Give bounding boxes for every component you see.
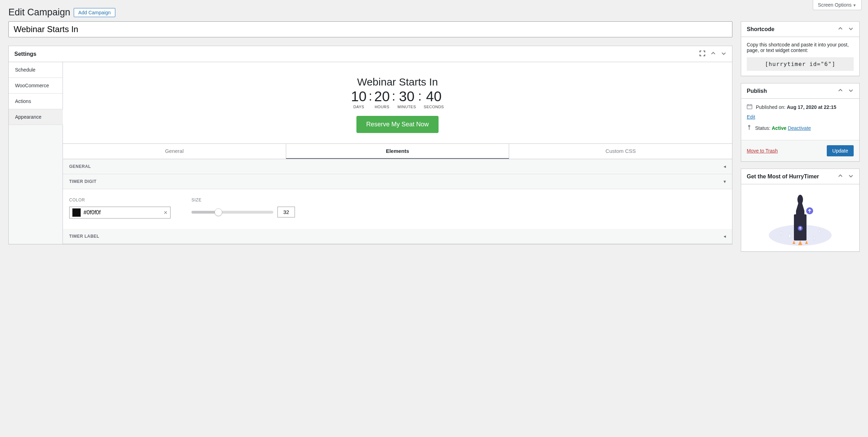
fullscreen-icon[interactable]	[699, 50, 706, 58]
published-date: Aug 17, 2020 at 22:15	[787, 104, 837, 110]
collapse-down-icon[interactable]	[848, 173, 854, 180]
promo-box: Get the Most of HurryTimer	[741, 169, 860, 252]
timer-days-label: DAYS	[351, 105, 367, 109]
timer-preview: Webinar Starts In 10 DAYS : 20 HOURS	[63, 62, 732, 143]
screen-options-toggle[interactable]: Screen Options	[813, 0, 862, 10]
publish-box: Publish Published on: Aug 17, 2020 at 22…	[741, 83, 860, 162]
reserve-seat-button[interactable]: Reserve My Seat Now	[356, 116, 439, 133]
color-swatch[interactable]	[72, 208, 81, 217]
accordion-timer-label[interactable]: TIMER LABEL ◂	[63, 229, 732, 244]
timer-hours-value: 20	[374, 89, 390, 103]
collapse-up-icon[interactable]	[838, 26, 843, 32]
calendar-icon	[747, 104, 752, 111]
accordion-timer-label-label: TIMER LABEL	[69, 234, 99, 239]
campaign-title-input[interactable]	[8, 21, 732, 37]
timer-seconds-label: SECONDS	[424, 105, 444, 109]
status-value: Active	[772, 125, 786, 131]
add-campaign-button[interactable]: Add Campaign	[74, 8, 115, 17]
subtab-custom-css[interactable]: Custom CSS	[509, 144, 732, 159]
pin-icon	[747, 125, 752, 132]
publish-box-title: Publish	[747, 88, 767, 94]
accordion-timer-digit-label: TIMER DIGIT	[69, 179, 96, 184]
deactivate-link[interactable]: Deactivate	[788, 125, 811, 131]
collapse-up-icon[interactable]	[838, 88, 843, 94]
timer-hours: 20 HOURS	[374, 89, 390, 109]
accordion-general[interactable]: GENERAL ◂	[63, 159, 732, 174]
size-input[interactable]	[277, 207, 295, 217]
timer-minutes: 30 MINUTES	[398, 89, 416, 109]
timer-separator: :	[418, 89, 422, 103]
slider-thumb[interactable]	[215, 208, 222, 216]
tab-schedule[interactable]: Schedule	[9, 62, 63, 78]
collapse-up-icon[interactable]	[710, 51, 716, 57]
timer-days: 10 DAYS	[351, 89, 367, 109]
timer-minutes-label: MINUTES	[398, 105, 416, 109]
shortcode-box-title: Shortcode	[747, 26, 774, 32]
collapse-down-icon[interactable]	[721, 51, 726, 57]
timer-separator: :	[392, 89, 396, 103]
update-button[interactable]: Update	[827, 145, 854, 156]
color-input-wrap[interactable]: ×	[69, 207, 171, 218]
settings-box-title: Settings	[14, 51, 36, 57]
svg-rect-0	[747, 105, 752, 109]
subtab-general[interactable]: General	[63, 144, 286, 159]
shortcode-code[interactable]: [hurrytimer id="6"]	[747, 57, 854, 71]
timer-seconds-value: 40	[424, 89, 444, 103]
triangle-left-icon: ◂	[724, 234, 726, 239]
tab-woocommerce[interactable]: WooCommerce	[9, 78, 63, 94]
settings-box: Settings Schedul	[8, 46, 732, 244]
preview-title: Webinar Starts In	[70, 76, 725, 88]
move-to-trash-link[interactable]: Move to Trash	[747, 148, 778, 154]
promo-box-title: Get the Most of HurryTimer	[747, 173, 819, 180]
size-slider[interactable]	[191, 211, 273, 214]
clear-color-icon[interactable]: ×	[164, 209, 167, 216]
page-title: Edit Campaign	[8, 7, 70, 18]
timer-days-value: 10	[351, 89, 367, 103]
size-field-label: SIZE	[191, 198, 295, 202]
accordion-general-label: GENERAL	[69, 164, 91, 169]
svg-rect-5	[749, 127, 750, 130]
svg-point-9	[797, 195, 803, 205]
timer-separator: :	[369, 89, 372, 103]
triangle-left-icon: ◂	[724, 164, 726, 169]
published-on-label: Published on:	[756, 104, 786, 110]
timer-minutes-value: 30	[398, 89, 416, 103]
status-label: Status:	[755, 125, 771, 131]
collapse-up-icon[interactable]	[838, 173, 843, 180]
subtab-elements[interactable]: Elements	[286, 144, 509, 159]
shortcode-box: Shortcode Copy this shortcode and paste …	[741, 21, 860, 76]
collapse-down-icon[interactable]	[848, 88, 854, 94]
triangle-down-icon: ▾	[724, 179, 726, 184]
shortcode-description: Copy this shortcode and paste it into yo…	[747, 42, 854, 53]
timer-seconds: 40 SECONDS	[424, 89, 444, 109]
collapse-down-icon[interactable]	[848, 26, 854, 32]
color-input[interactable]	[84, 209, 161, 216]
rocket-illustration	[765, 190, 835, 246]
tab-appearance[interactable]: Appearance	[9, 109, 63, 125]
accordion-timer-digit[interactable]: TIMER DIGIT ▾	[63, 174, 732, 189]
timer-hours-label: HOURS	[374, 105, 390, 109]
tab-actions[interactable]: Actions	[9, 94, 63, 109]
color-field-label: COLOR	[69, 198, 171, 202]
edit-publish-date-link[interactable]: Edit	[747, 114, 755, 120]
